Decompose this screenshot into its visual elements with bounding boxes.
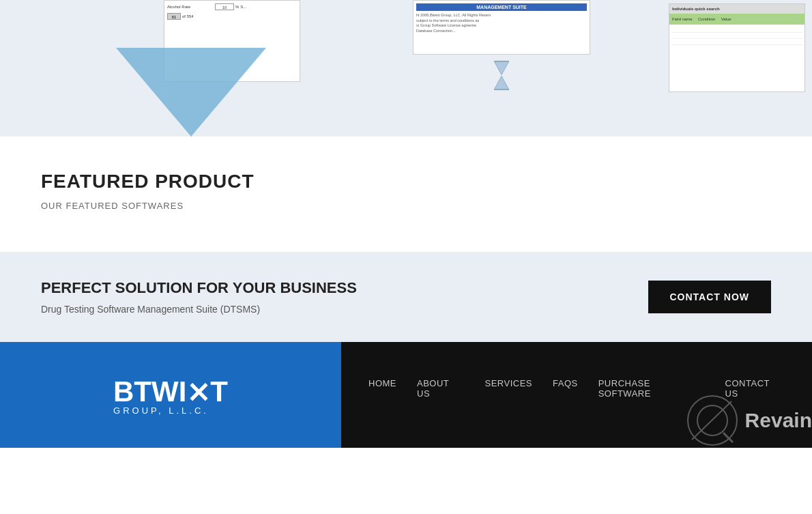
logo-ix-symbol: I⨯T bbox=[179, 375, 228, 408]
chevron-down-icon bbox=[116, 48, 266, 137]
screenshot-right: Individuals quick search Field name Cond… bbox=[669, 3, 805, 92]
svg-marker-0 bbox=[494, 61, 509, 74]
center-line-2: subject to the terms and conditions as bbox=[416, 18, 587, 24]
hero-right: Individuals quick search Field name Cond… bbox=[621, 0, 812, 137]
alcohol-label: Alcohol Rate bbox=[167, 5, 215, 9]
revain-icon-container bbox=[685, 393, 740, 448]
footer-nav-faqs[interactable]: FAQS bbox=[553, 378, 578, 399]
hero-section: Alcohol Rate 10 % S... 61 of 554 MANAGEM… bbox=[0, 0, 812, 137]
footer-left: BTW I⨯T GROUP, L.L.C. bbox=[0, 342, 341, 448]
loading-icon bbox=[491, 58, 512, 92]
center-screen-title: MANAGEMENT SUITE bbox=[416, 3, 587, 11]
hero-center: MANAGEMENT SUITE ht 2006,Btwixt Group, L… bbox=[399, 0, 604, 137]
right-table bbox=[669, 25, 804, 91]
footer-logo-top: BTW I⨯T bbox=[113, 375, 228, 408]
center-line-3: xt Group Software License agreeme bbox=[416, 23, 587, 29]
svg-line-6 bbox=[723, 433, 733, 442]
right-header-text: Individuals quick search bbox=[672, 7, 720, 11]
featured-subtitle: OUR FEATURED SOFTWARES bbox=[41, 201, 771, 211]
footer-logo: BTW I⨯T GROUP, L.L.C. bbox=[113, 375, 228, 416]
page-label: S... bbox=[240, 5, 246, 9]
cta-headline: PERFECT SOLUTION FOR YOUR BUSINESS bbox=[41, 279, 357, 297]
right-screen-header: Individuals quick search bbox=[669, 4, 804, 14]
page-num: 61 bbox=[167, 13, 181, 20]
featured-title: FEATURED PRODUCT bbox=[41, 171, 771, 192]
center-line-4: Database Connection... bbox=[416, 29, 587, 34]
alcohol-value: 10 bbox=[215, 3, 234, 10]
contact-now-button[interactable]: CONTACT NOW bbox=[648, 281, 772, 313]
revain-text: Revain bbox=[745, 409, 812, 432]
screenshot-center: MANAGEMENT SUITE ht 2006,Btwixt Group, L… bbox=[413, 0, 590, 55]
revain-overlay: Revain bbox=[685, 393, 812, 448]
footer-right: HOME ABOUT US SERVICES FAQS PURCHASE SOF… bbox=[341, 342, 812, 448]
right-columns: Field name Condition Value bbox=[672, 17, 731, 21]
cta-left: PERFECT SOLUTION FOR YOUR BUSINESS Drug … bbox=[41, 279, 357, 315]
table-row bbox=[671, 33, 802, 39]
table-row bbox=[671, 27, 802, 33]
revain-circle-icon bbox=[685, 393, 740, 448]
total-pages: of 554 bbox=[182, 14, 194, 18]
center-line-1: ht 2006,Btwixt Group, LLC. All Rights Re… bbox=[416, 13, 587, 18]
featured-section: FEATURED PRODUCT OUR FEATURED SOFTWARES bbox=[0, 137, 812, 252]
svg-marker-1 bbox=[494, 76, 509, 89]
table-row bbox=[671, 39, 802, 45]
footer-nav-about[interactable]: ABOUT US bbox=[417, 378, 465, 399]
hero-left: Alcohol Rate 10 % S... 61 of 554 bbox=[0, 0, 382, 137]
footer: BTW I⨯T GROUP, L.L.C. HOME ABOUT US SERV… bbox=[0, 342, 812, 448]
cta-subtext: Drug Testing Software Management Suite (… bbox=[41, 304, 357, 315]
cta-section: PERFECT SOLUTION FOR YOUR BUSINESS Drug … bbox=[0, 252, 812, 342]
right-green-row: Field name Condition Value bbox=[669, 14, 804, 25]
percent-sign: % bbox=[235, 5, 239, 9]
footer-nav-home[interactable]: HOME bbox=[368, 378, 396, 399]
footer-nav-services[interactable]: SERVICES bbox=[485, 378, 533, 399]
